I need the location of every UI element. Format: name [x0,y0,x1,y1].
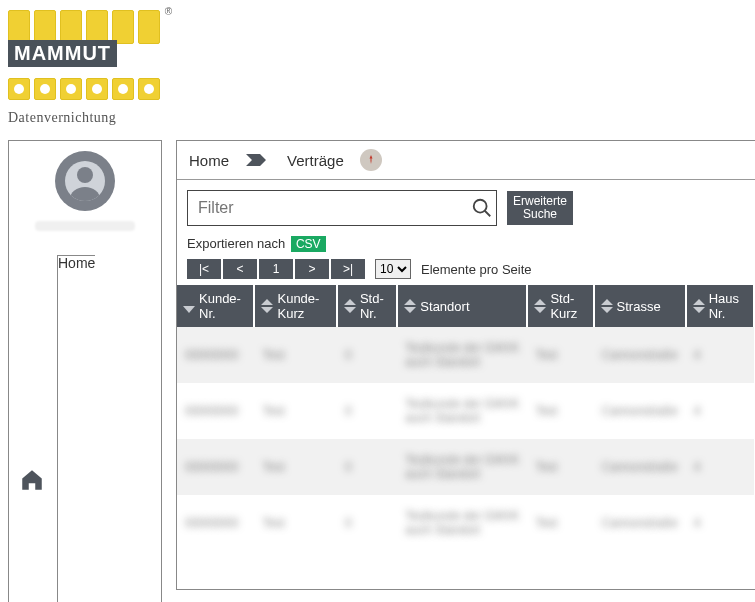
user-avatar-block [9,141,161,245]
pager-last[interactable]: >| [331,259,365,279]
table-row[interactable]: 00000000 Test 0 Testkunde der GMVK auch … [177,383,754,439]
filter-input[interactable] [188,199,468,217]
registered-mark: ® [165,6,172,17]
pager-prev[interactable]: < [223,259,257,279]
sidebar-item-label: Home [57,255,95,602]
pager-page[interactable]: 1 [259,259,293,279]
svg-point-6 [474,200,487,213]
page-size-select[interactable]: 10 [375,259,411,279]
search-icon[interactable] [468,197,496,219]
breadcrumb: Home Verträge [177,141,755,180]
logo-tagline: Datenvernichtung [8,110,747,126]
export-row: Exportieren nach CSV [177,232,755,255]
sort-desc-icon [183,299,195,313]
table-body: 00000000 Test 0 Testkunde der GMVK auch … [177,327,754,551]
filter-row: Erweiterte Suche [183,180,755,232]
sort-icon [344,299,356,313]
svg-line-7 [485,211,491,217]
sidebar: Home Verträge (Leistung bestellen) Auftr… [8,140,162,602]
col-strasse[interactable]: Strasse [594,285,686,327]
user-name [35,221,135,231]
breadcrumb-home[interactable]: Home [189,152,229,169]
main-panel: Home Verträge Erweiterte Suche [176,140,755,590]
col-kunde-nr[interactable]: Kunde-Nr. [177,285,254,327]
export-csv-button[interactable]: CSV [291,236,326,252]
sort-icon [601,299,613,313]
breadcrumb-current: Verträge [287,152,344,169]
table-row[interactable]: 00000000 Test 0 Testkunde der GMVK auch … [177,439,754,495]
pager: |< < 1 > >| [187,259,365,279]
breadcrumb-arrow-icon [245,151,271,169]
logo-area: MAMMUT ® Datenvernichtung [0,0,755,126]
sort-icon [534,299,546,313]
elements-per-page-label: Elemente pro Seite [421,262,532,277]
col-haus-nr[interactable]: Haus Nr. [686,285,754,327]
col-std-nr[interactable]: Std-Nr. [337,285,397,327]
table-row[interactable]: 00000000 Test 0 Testkunde der GMVK auch … [177,327,754,383]
col-standort[interactable]: Standort [397,285,527,327]
filter-box [187,190,497,226]
sort-icon [693,299,705,313]
col-kunde-kurz[interactable]: Kunde-Kurz [254,285,336,327]
avatar[interactable] [55,151,115,211]
brand-logo: MAMMUT ® [8,10,160,100]
sort-icon [404,299,416,313]
pin-icon[interactable] [360,149,382,171]
col-std-kurz[interactable]: Std-Kurz [527,285,593,327]
table-row[interactable]: 00000000 Test 0 Testkunde der GMVK auch … [177,495,754,551]
contracts-table: Kunde-Nr. Kunde-Kurz Std-Nr. Standort St… [177,285,755,551]
pager-next[interactable]: > [295,259,329,279]
pager-first[interactable]: |< [187,259,221,279]
sidebar-item-home[interactable]: Home [9,245,161,602]
advanced-search-button[interactable]: Erweiterte Suche [507,191,573,225]
export-label: Exportieren nach [187,236,285,251]
home-icon [19,467,45,493]
pager-row: |< < 1 > >| 10 Elemente pro Seite [177,255,755,285]
sort-icon [261,299,273,313]
